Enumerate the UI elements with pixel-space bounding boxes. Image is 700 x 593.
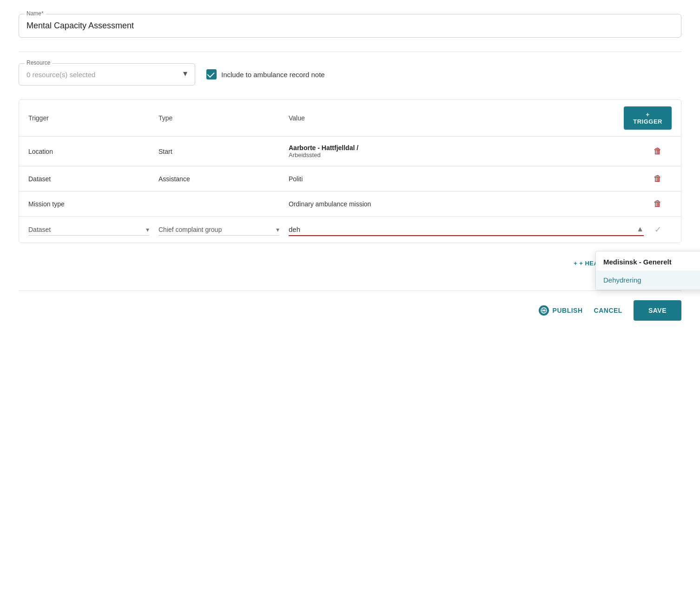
name-label: Name*: [25, 10, 46, 17]
trigger-subtype-text: Chief complaint group: [158, 226, 222, 233]
trigger-subtype-arrow: ▾: [276, 226, 279, 233]
row2-trigger: Dataset: [28, 175, 158, 183]
value-input-wrapper: ▲: [289, 223, 644, 236]
row1-delete-icon[interactable]: 🗑: [654, 146, 662, 156]
action-buttons-row: + + HEADER + + ELEMENT: [19, 254, 681, 272]
table-row: Dataset Assistance Politi 🗑: [19, 166, 681, 191]
name-field-container: Name* Mental Capacity Assessment: [19, 14, 681, 38]
add-trigger-button[interactable]: + TRIGGER: [624, 106, 672, 130]
resource-label: Resource: [25, 59, 52, 66]
resource-dropdown-arrow: ▾: [183, 68, 187, 79]
row3-value-line1: Ordinary ambulance mission: [289, 200, 644, 208]
trigger-type-text: Dataset: [28, 226, 51, 233]
save-button[interactable]: SAVE: [634, 300, 681, 321]
row1-value-line2: Arbeidssted: [289, 152, 644, 158]
new-trigger-row: Dataset ▾ Chief complaint group ▾ ▲ Medi…: [19, 217, 681, 243]
row2-value: Politi: [289, 175, 644, 183]
dropdown-item-dehydrering[interactable]: Dehydrering: [596, 270, 700, 290]
row1-type: Start: [158, 148, 289, 155]
ambulance-checkbox-row[interactable]: Include to ambulance record note: [206, 69, 325, 79]
value-input[interactable]: [289, 225, 634, 233]
row2-value-line1: Politi: [289, 175, 644, 183]
confirm-check-icon[interactable]: ✓: [654, 224, 661, 235]
ambulance-checkbox[interactable]: [206, 69, 217, 79]
resource-placeholder: 0 resource(s) selected: [26, 71, 95, 79]
publish-button[interactable]: PUBLISH: [539, 305, 583, 316]
row3-value: Ordinary ambulance mission: [289, 200, 644, 208]
resource-select[interactable]: 0 resource(s) selected ▾: [26, 68, 187, 79]
publish-icon: [539, 305, 549, 316]
row2-type: Assistance: [158, 175, 289, 183]
row2-delete-icon[interactable]: 🗑: [654, 174, 662, 184]
add-header-plus: +: [574, 260, 577, 267]
cancel-button[interactable]: CANCEL: [594, 307, 622, 314]
trigger-type-arrow: ▾: [146, 226, 149, 233]
value-input-arrow: ▲: [636, 225, 644, 233]
name-value: Mental Capacity Assessment: [26, 21, 674, 31]
page-container: Name* Mental Capacity Assessment Resourc…: [0, 0, 700, 593]
table-header: Trigger Type Value + TRIGGER: [19, 100, 681, 137]
ambulance-checkbox-label: Include to ambulance record note: [221, 71, 325, 79]
row3-delete-icon[interactable]: 🗑: [654, 199, 662, 209]
value-dropdown-popup: Medisinsk - Generelt Dehydrering: [595, 251, 700, 290]
row1-value: Aarborte - Hattfjelldal / Arbeidssted: [289, 144, 644, 158]
header-value: Value: [289, 114, 644, 122]
resource-row: Resource 0 resource(s) selected ▾ Includ…: [19, 63, 681, 86]
footer-bar: PUBLISH CANCEL SAVE: [19, 290, 681, 325]
section-divider: [19, 52, 681, 52]
dropdown-group-header: Medisinsk - Generelt: [596, 251, 700, 270]
trigger-type-dropdown[interactable]: Dataset ▾: [28, 224, 149, 236]
header-type: Type: [158, 114, 289, 122]
resource-dropdown[interactable]: Resource 0 resource(s) selected ▾: [19, 63, 195, 86]
row1-value-line1: Aarborte - Hattfjelldal /: [289, 144, 644, 152]
row1-trigger: Location: [28, 148, 158, 155]
publish-label: PUBLISH: [553, 307, 583, 314]
row3-trigger: Mission type: [28, 200, 158, 208]
table-row: Mission type Ordinary ambulance mission …: [19, 191, 681, 217]
triggers-table: Trigger Type Value + TRIGGER Location St…: [19, 99, 681, 243]
trigger-subtype-dropdown[interactable]: Chief complaint group ▾: [158, 224, 279, 236]
table-row: Location Start Aarborte - Hattfjelldal /…: [19, 137, 681, 166]
header-trigger: Trigger: [28, 114, 158, 122]
